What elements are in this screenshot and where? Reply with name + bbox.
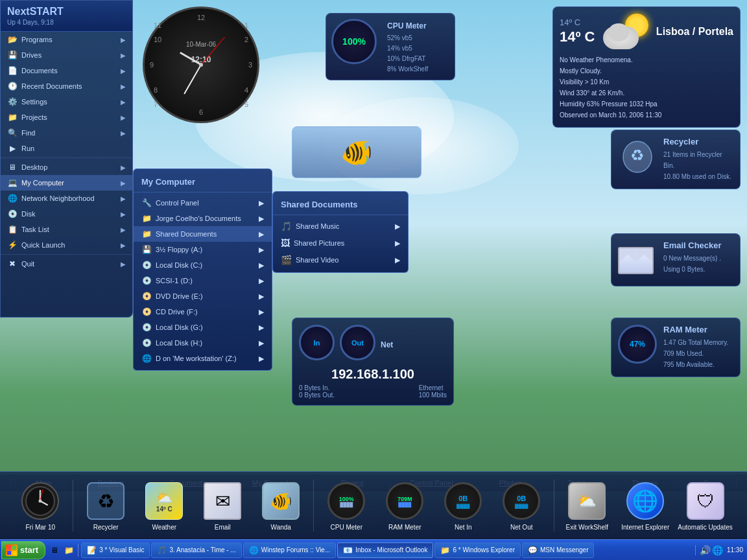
sidebar-item-run[interactable]: ▶ Run	[1, 141, 132, 156]
dock-ram-bar: ████	[398, 502, 411, 507]
dock-item-email[interactable]: ✉ Email	[196, 480, 248, 531]
dock-cpu-icon: 100% ████	[327, 482, 365, 520]
my-computer-menu: My Computer 🔧 Control Panel ▶ 📁 Jorge Co…	[133, 169, 272, 371]
mc-item-jorge[interactable]: 📁 Jorge Coelho's Documents ▶	[134, 211, 272, 226]
dock-autoupdate-icon: 🛡	[687, 482, 724, 520]
recycler-info: Recycler 21 Items in Recycler Bin. 10.80…	[663, 137, 733, 182]
dock-item-ie[interactable]: 🌐 Internet Explorer	[619, 480, 671, 531]
sidebar-item-tasklist[interactable]: 📋 Task List ▶	[1, 222, 132, 237]
forums-icon: 🌐	[249, 546, 259, 555]
taskbar-item-vb[interactable]: 📝 3 * Visual Basic	[81, 542, 150, 558]
svg-rect-7	[7, 546, 11, 550]
clock-minute-hand	[184, 65, 202, 95]
dock-item-weather[interactable]: ⛅ 14º C Weather	[138, 480, 190, 531]
shareddocs-icon: 📁	[141, 229, 152, 239]
dock-cpu-wrap: 100% ████	[326, 480, 367, 522]
sd-menu-title: Shared Documents	[273, 196, 408, 215]
dock-exit-icon: ⛅	[568, 482, 606, 520]
dock-item-clock[interactable]: Fri Mar 10	[14, 480, 66, 531]
mc-item-cd[interactable]: 📀 CD Drive (F:) ▶	[134, 304, 272, 320]
sidebar-item-quicklaunch[interactable]: ⚡ Quick Launch ▶	[1, 237, 132, 253]
system-tray: 🔊 🌐 11:30	[695, 545, 747, 555]
net-label: Net	[381, 340, 393, 349]
dock-ram-wrap: 709M ████	[384, 480, 425, 522]
mc-item-local-h[interactable]: 💿 Local Disk (H:) ▶	[134, 335, 272, 351]
taskbar-quicklaunch: 🖥 📁	[45, 544, 78, 557]
ram-gauge: 47%	[618, 325, 657, 364]
sidebar-item-desktop[interactable]: 🖥 Desktop ▶	[1, 159, 132, 175]
sidebar-item-settings[interactable]: ⚙️ Settings ▶	[1, 94, 132, 110]
taskbar-item-music[interactable]: 🎵 3. Anastacia - Time - ...	[151, 542, 241, 558]
video-icon: 🎬	[281, 255, 292, 265]
dock-item-exit[interactable]: ⛅ Exit WorkShelf	[561, 480, 613, 531]
dock-item-netout[interactable]: 0B ▓▓▓▓ Net Out	[495, 480, 547, 531]
cpu-stats: 52% vb5 14% vb5 10% DfrgFAT 8% WorkShelf	[387, 33, 428, 75]
clock-num-11: 11	[154, 21, 161, 29]
dock-item-autoupdate[interactable]: 🛡 Automatic Updates	[678, 480, 733, 531]
sd-item-music[interactable]: 🎵 Shared Music ▶	[273, 218, 408, 235]
cpu-stat-0: 52% vb5	[387, 33, 428, 43]
sd-item-pictures[interactable]: 🖼 Shared Pictures ▶	[273, 235, 408, 251]
disk-arrow: ▶	[121, 211, 126, 218]
clock-num-2: 2	[244, 36, 248, 43]
taskbar-item-outlook[interactable]: 📧 Inbox - Microsoft Outlook	[337, 542, 433, 558]
windows-flag-icon	[7, 546, 16, 555]
dock-item-cpumeter[interactable]: 100% ████ CPU Meter	[320, 480, 372, 531]
dock-ram-label: RAM Meter	[388, 524, 421, 531]
sidebar-item-programs[interactable]: 📂 Programs ▶	[1, 32, 132, 47]
taskbar-running-items: 📝 3 * Visual Basic 🎵 3. Anastacia - Time…	[78, 542, 695, 558]
mc-item-floppy[interactable]: 💾 3½ Floppy (A:) ▶	[134, 242, 272, 257]
dock-recycler-label: Recycler	[93, 524, 119, 531]
dock-clock-face	[21, 482, 59, 520]
weather-phenomenon: No Weather Phenomena.	[560, 54, 733, 65]
clock-face: 12 1 2 3 4 5 6 7 8 9 10 11 10-Mar-06 12:…	[143, 6, 259, 123]
mc-item-controlpanel[interactable]: 🔧 Control Panel ▶	[134, 195, 272, 211]
taskbar-icon-2[interactable]: 📁	[62, 544, 75, 557]
dock-item-rammeter[interactable]: 709M ████ RAM Meter	[379, 480, 431, 531]
explorer-label: 6 * Windows Explorer	[453, 546, 515, 554]
sidebar-item-drives[interactable]: 💾 Drives ▶	[1, 47, 132, 63]
dock-divider-3	[554, 480, 554, 531]
dock-wanda-wrap: 🐠	[260, 480, 302, 522]
settings-arrow: ▶	[121, 99, 126, 106]
clock-num-8: 8	[154, 86, 158, 94]
net-out-gauge: Out	[340, 325, 375, 360]
taskbar-item-forums[interactable]: 🌐 Winstep Forums :: Vie...	[243, 542, 337, 558]
fish-widget: 🐠	[292, 126, 421, 178]
mc-item-local-c[interactable]: 💿 Local Disk (C:) ▶	[134, 257, 272, 273]
taskbar-item-msn[interactable]: 💬 MSN Messenger	[522, 542, 594, 558]
sidebar-item-documents[interactable]: 📄 Documents ▶	[1, 63, 132, 78]
dock-netin-wrap: 0B ▓▓▓▓	[442, 480, 484, 522]
dock-item-wanda[interactable]: 🐠 Wanda	[255, 480, 307, 531]
sidebar-item-recent[interactable]: 🕐 Recent Documents ▶	[1, 78, 132, 94]
sidebar-item-disk[interactable]: 💿 Disk ▶	[1, 206, 132, 222]
quit-divider	[1, 254, 132, 255]
mc-item-z[interactable]: 🌐 D on 'Me workstation' (Z:) ▶	[134, 351, 272, 366]
sidebar-item-find[interactable]: 🔍 Find ▶	[1, 125, 132, 141]
sidebar-item-network[interactable]: 🌐 Network Neighborhood ▶	[1, 191, 132, 206]
network-label: Network Neighborhood	[21, 194, 95, 202]
mc-item-dvd[interactable]: 📀 DVD Drive (E:) ▶	[134, 288, 272, 304]
local-g-arrow: ▶	[259, 323, 264, 332]
sidebar-item-mycomputer[interactable]: 💻 My Computer ▶	[1, 175, 132, 191]
dock-item-netin[interactable]: 0B ▓▓▓▓ Net In	[437, 480, 489, 531]
sd-item-video[interactable]: 🎬 Shared Video ▶	[273, 251, 408, 268]
mc-item-scsi[interactable]: 💿 SCSI-1 (D:) ▶	[134, 273, 272, 288]
weather-details: No Weather Phenomena. Mostly Cloudy. Vis…	[560, 54, 733, 121]
cpu-gauge: 100%	[331, 19, 377, 64]
start-button[interactable]: start	[1, 541, 45, 559]
taskbar-item-explorer[interactable]: 📁 6 * Windows Explorer	[434, 542, 521, 558]
sidebar-item-quit[interactable]: ✖ Quit ▶	[1, 256, 132, 272]
tasklist-icon: 📋	[7, 224, 18, 235]
sidebar-item-projects[interactable]: 📁 Projects ▶	[1, 110, 132, 125]
documents-label: Documents	[21, 67, 58, 75]
outlook-icon: 📧	[343, 546, 353, 555]
weather-header: 14º C 14º C Lisboa / Portela	[560, 14, 733, 49]
weather-visibility: Visibility > 10 Km	[560, 76, 733, 88]
mc-item-local-g[interactable]: 💿 Local Disk (G:) ▶	[134, 320, 272, 335]
mc-item-shared-docs[interactable]: 📁 Shared Documents ▶	[134, 226, 272, 242]
svg-point-6	[39, 500, 42, 503]
projects-arrow: ▶	[121, 114, 126, 121]
taskbar-icon-1[interactable]: 🖥	[48, 544, 61, 557]
dock-item-recycler[interactable]: ♻ Recycler	[80, 480, 132, 531]
